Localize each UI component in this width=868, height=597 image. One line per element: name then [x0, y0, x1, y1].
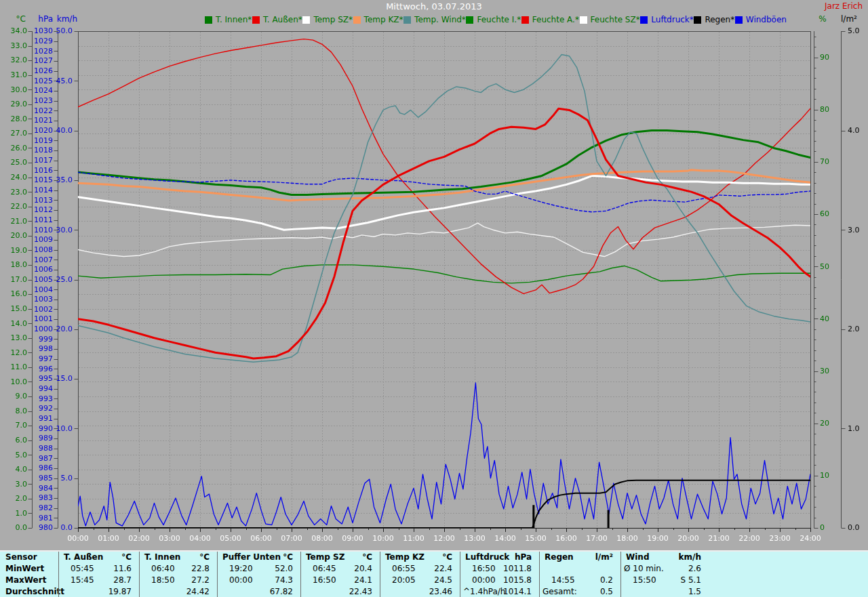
stats-cell-time: 20:05 [392, 575, 416, 586]
stats-col-header: Temp KZ [385, 552, 425, 563]
stats-row-label: MinWert [5, 563, 44, 575]
stats-cell-time: 16:50 [313, 575, 336, 586]
stats-cell-value: 1.5 [688, 586, 701, 597]
stats-cell-time: Ø 10 min. [624, 563, 664, 575]
stats-cell-time: 16:50 [472, 563, 496, 575]
stats-cell-value: 11.6 [113, 563, 132, 575]
stats-group-puffer-unten: Puffer Unten°C19:2052.000:0074.367.82 [217, 552, 301, 597]
feuchte-a-swatch-icon [521, 16, 529, 24]
stats-cell-value: 1014.1 [503, 586, 532, 597]
stats-cell-value: 52.0 [275, 563, 293, 575]
t-innen-swatch-icon [205, 16, 212, 24]
windboeen-swatch-icon [735, 16, 743, 24]
stats-col-header: Luftdruck [465, 552, 509, 563]
temp-wind-swatch-icon [403, 16, 411, 24]
stats-row-labels: SensorMinWertMaxWertDurchschnitt [0, 552, 58, 597]
stats-cell-time: 06:45 [313, 563, 336, 575]
legend-item-temp-kz: Temp KZ* [353, 15, 403, 24]
stats-col-header: T. Außen [64, 552, 103, 563]
feuchte-i-swatch-icon [466, 16, 473, 24]
stats-cell-time: Gesamt: [542, 586, 577, 597]
legend-label: Temp KZ* [364, 15, 403, 24]
legend-item-regen: Regen* [694, 15, 734, 24]
legend-bar: °C hPa km/h T. Innen*T. Außen*Temp SZ*Te… [0, 12, 868, 27]
stats-cell-value: 0.5 [600, 586, 613, 597]
stats-row-label: MaxWert [5, 575, 46, 586]
axis-unit-lm2: l/m² [841, 14, 867, 24]
weather-chart-canvas [0, 27, 868, 550]
stats-col-unit: km/h [679, 552, 701, 563]
t-aussen-swatch-icon [252, 16, 260, 24]
legend-item-luftdruck: Luftdruck* [640, 15, 694, 24]
stats-cell-value: S 5.1 [680, 575, 701, 586]
stats-cell-value: 24.5 [434, 575, 452, 586]
temp-sz-swatch-icon [302, 16, 310, 24]
stats-col-unit: °C [121, 552, 132, 563]
stats-cell-value: 28.7 [113, 575, 132, 586]
stats-col-unit: l/m² [595, 552, 613, 563]
legend-item-feuchte-sz: Feuchte SZ* [580, 15, 640, 24]
weather-station-window: Mittwoch, 03.07.2013 Jarz Erich °C hPa k… [0, 0, 868, 597]
stats-col-unit: °C [199, 552, 210, 563]
stats-cell-value: 24.1 [354, 575, 372, 586]
stats-cell-time: 18:50 [151, 575, 175, 586]
legend-label: Regen* [705, 15, 734, 24]
axis-unit-kmh: km/h [52, 14, 77, 24]
stats-cell-value: 2.6 [688, 563, 701, 575]
legend-item-temp-sz: Temp SZ* [302, 15, 353, 24]
stats-cell-value: 0.2 [600, 575, 613, 586]
axis-unit-percent: % [812, 14, 833, 24]
stats-cell-time: 06:40 [151, 563, 175, 575]
axis-unit-celsius: °C [5, 14, 26, 24]
stats-col-header: Puffer Unten [222, 552, 281, 563]
stats-cell-time: 15:45 [71, 575, 94, 586]
legend-item-t-innen: T. Innen* [205, 15, 252, 24]
stats-group-luftdruck: LuftdruckhPa16:501011.800:001015.8^1.4hP… [460, 552, 540, 597]
stats-col-unit: hPa [515, 552, 532, 563]
legend-label: T. Außen* [263, 15, 302, 24]
stats-cell-time: 05:45 [71, 563, 94, 575]
legend-label: Luftdruck* [651, 15, 694, 24]
stats-cell-value: 19.87 [108, 586, 132, 597]
stats-cell-value: 22.43 [349, 586, 372, 597]
legend-item-feuchte-i: Feuchte I.* [466, 15, 521, 24]
stats-cell-value: 27.2 [191, 575, 210, 586]
page-title: Mittwoch, 03.07.2013 [0, 1, 868, 12]
stats-cell-time: 14:55 [551, 575, 575, 586]
stats-col-header: Temp SZ [306, 552, 344, 563]
legend: T. Innen*T. Außen*Temp SZ*Temp KZ*Temp. … [205, 14, 787, 26]
stats-cell-time: 06:55 [392, 563, 416, 575]
stats-row-label: Durchschnitt [5, 586, 64, 597]
stats-cell-value: 22.4 [434, 563, 452, 575]
stats-cell-time: 00:00 [472, 575, 496, 586]
title-bar: Mittwoch, 03.07.2013 Jarz Erich [0, 0, 868, 12]
stats-cell-value: 23.46 [429, 586, 452, 597]
stats-cell-time: 19:20 [229, 563, 253, 575]
stats-col-unit: °C [442, 552, 452, 563]
legend-item-t-aussen: T. Außen* [252, 15, 302, 24]
legend-label: Windböen [746, 15, 787, 24]
luftdruck-swatch-icon [640, 16, 648, 24]
stats-col-unit: °C [362, 552, 372, 563]
stats-cell-value: 74.3 [275, 575, 293, 586]
legend-item-windboeen: Windböen [735, 15, 787, 24]
legend-label: Feuchte SZ* [591, 15, 640, 24]
stats-group-wind: Windkm/hØ 10 min.2.615:50S 5.11.5 [620, 552, 709, 597]
stats-cell-time: ^1.4hPa/h [463, 586, 505, 597]
legend-label: T. Innen* [216, 15, 252, 24]
stats-cell-value: 1015.8 [503, 575, 532, 586]
legend-label: Feuchte I.* [477, 15, 521, 24]
stats-group-temp-sz: Temp SZ°C06:4520.416:5024.122.43 [300, 552, 380, 597]
axis-unit-hpa: hPa [31, 14, 53, 24]
stats-group-t-innen: T. Innen°C06:4022.818:5027.224.42 [139, 552, 218, 597]
stats-cell-value: 24.42 [186, 586, 210, 597]
stats-cell-value: 22.8 [191, 563, 210, 575]
stats-table: SensorMinWertMaxWertDurchschnittT. Außen… [0, 550, 868, 597]
stats-cell-value: 1011.8 [503, 563, 532, 575]
stats-col-unit: °C [283, 552, 293, 563]
legend-label: Feuchte A.* [532, 15, 579, 24]
regen-swatch-icon [694, 16, 701, 24]
author-label: Jarz Erich [825, 1, 863, 11]
stats-col-header: Regen [545, 552, 574, 563]
legend-label: Temp. Wind* [414, 15, 466, 24]
